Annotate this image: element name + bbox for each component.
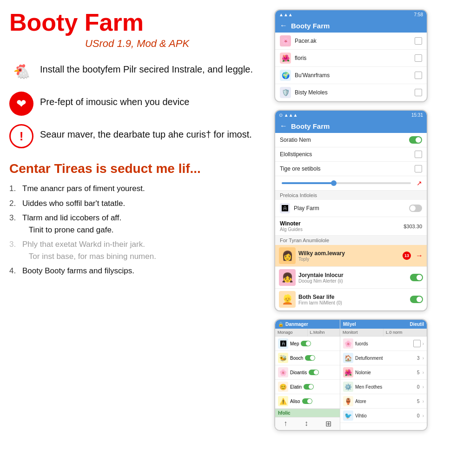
- slider-thumb[interactable]: [331, 180, 337, 186]
- atore-chevron: ›: [423, 399, 424, 404]
- tige-checkbox[interactable]: [415, 165, 422, 172]
- status-signal: ▲▲▲: [279, 12, 293, 17]
- phone-list-item-4: 🛡️ Bisty Meloles: [275, 84, 427, 101]
- list-checkbox-3[interactable]: [415, 72, 422, 79]
- right-count-menf: 0: [417, 384, 420, 390]
- right-count-vihtio: 0: [417, 413, 420, 418]
- right-name-menf: Men Feothes: [355, 384, 415, 390]
- list-text-1: Pacer.ak: [295, 38, 411, 44]
- list-icon-2: 🌺: [280, 53, 291, 64]
- dual-right-header: Milyel Dieutil: [340, 320, 427, 329]
- dioantis-toggle[interactable]: [309, 370, 319, 375]
- right-item-detuf: 🏠 Detuflonment 3 ›: [340, 351, 427, 365]
- right-icon-detuf: 🏠: [343, 353, 353, 363]
- feature-item-1: 🐔 Install the bootyfem Pilr secired Inst…: [9, 59, 265, 83]
- list-checkbox-1[interactable]: [415, 37, 422, 45]
- setting-elolls: Elollstipenics: [275, 147, 427, 162]
- nav-up-icon[interactable]: ↑: [284, 419, 287, 428]
- nav-grid-icon[interactable]: ⊞: [325, 419, 331, 428]
- joryntaie-toggle[interactable]: [410, 274, 423, 281]
- subheader-monitort: Monitort: [340, 329, 383, 336]
- winoter-name: Winoter: [280, 220, 400, 227]
- list-text-2: floris: [295, 55, 411, 61]
- winoter-info: Winoter Alg Guides: [280, 220, 400, 232]
- slider-bar[interactable]: [282, 182, 411, 184]
- dual-name-dioantis: Dioantis: [290, 370, 307, 375]
- main-container: Booty Farm USrod 1.9, Mod & APK 🐔 Instal…: [0, 0, 476, 476]
- dual-row-booch: 🐝 Booch: [275, 351, 340, 365]
- list-checkbox-4[interactable]: [415, 89, 422, 96]
- dual-left-header: 🔒 Danmager: [275, 320, 340, 329]
- right-name-vihtio: Vihtio: [355, 413, 415, 418]
- phone-settings-header: ← Booty Farm: [275, 119, 427, 133]
- list-item-2: 2. Uiddes who soffil bar't tatatle.: [9, 198, 265, 210]
- list-text-3b: Phly that exetat Warkd in-their jark. To…: [22, 238, 156, 262]
- right-name-detuf: Detuflonment: [355, 356, 415, 361]
- list-num-2: 2.: [9, 198, 19, 210]
- list-icon-1: 🌸: [280, 35, 291, 46]
- dual-name-elatin: Elatin: [290, 384, 302, 390]
- char-avatar-joryntaie: 👧: [279, 269, 296, 286]
- char-sub-wilky: Toply: [298, 257, 400, 262]
- feature-item-2: ❤ Pre-fept of imousic when you device: [9, 92, 265, 116]
- phone-top-title: Booty Farm: [291, 22, 330, 30]
- right-count-atore: 5: [417, 399, 420, 404]
- lock-icon: 🔒: [278, 322, 284, 327]
- subtitle: USrod 1.9, Mod & APK: [9, 38, 265, 50]
- phone-top-header: ← Booty Farm: [275, 19, 427, 33]
- list-icon-3: 🌍: [280, 70, 291, 81]
- soratio-label: Soratio Nem: [280, 137, 405, 143]
- dual-icon-aliso: ⚠️: [278, 396, 288, 406]
- setting-playfarm: 🅰 Play Farm: [275, 200, 427, 217]
- right-item-fuords: 🌸 fuords ›: [340, 337, 427, 351]
- setting-slider: ↗: [275, 176, 427, 191]
- playfarm-icon: 🅰: [280, 203, 290, 213]
- phone-settings-mockup: ⊙ ▲▲▲ 15:31 ← Booty Farm Soratio Nem Elo…: [274, 110, 428, 311]
- feature-text-3: Seaur maver, the dearbate tup ahe curis†…: [40, 124, 252, 141]
- settings-time: 15:31: [411, 112, 423, 118]
- dual-icon-mep: 🅰: [278, 338, 288, 349]
- soratio-toggle[interactable]: [409, 136, 422, 144]
- setting-soratio: Soratio Nem: [275, 133, 427, 147]
- list-checkbox-2[interactable]: [415, 54, 422, 62]
- menf-chevron: ›: [423, 384, 424, 390]
- char-name-wilky: Wilky aom.lewary: [298, 250, 400, 257]
- feature-item-3: ! Seaur maver, the dearbate tup ahe curi…: [9, 124, 265, 148]
- nav-swap-icon[interactable]: ↕: [304, 419, 308, 428]
- phone-top-mockup: ▲▲▲ 7:58 ← Booty Farm 🌸 Pacer.ak 🌺 flori…: [274, 9, 428, 102]
- section-preloica: Preloica Intloleis: [275, 191, 427, 200]
- fuords-checkbox[interactable]: [413, 340, 421, 347]
- char-sub-joryntaie: Dooug Nim Alerter (ii): [298, 278, 407, 284]
- playfarm-toggle[interactable]: [409, 205, 422, 212]
- list-item-3b: 3. Phly that exetat Warkd in-their jark.…: [9, 238, 265, 262]
- phone-top-list: 🌸 Pacer.ak 🌺 floris 🌍 Bu'Wanrframs 🛡️ B: [275, 33, 427, 101]
- right-count-detuf: 3: [417, 356, 420, 361]
- status-time: 7:58: [414, 12, 423, 17]
- right-item-nolonie: 🌺 Nolonie 5 ›: [340, 365, 427, 380]
- star-icon: ❤: [9, 92, 33, 116]
- setting-winoter: Winoter Alg Guides $303.30: [275, 217, 427, 236]
- mep-toggle[interactable]: [301, 341, 311, 346]
- subheader-lmoihn: L.Moihn: [308, 329, 340, 336]
- list-text-3: Bu'Wanrframs: [295, 72, 411, 79]
- both-toggle[interactable]: [410, 296, 423, 303]
- elolls-checkbox[interactable]: [415, 151, 422, 158]
- dual-left-title: Danmager: [285, 322, 308, 327]
- list-text-4: Bisty Meloles: [295, 89, 411, 96]
- booch-toggle[interactable]: [305, 355, 315, 361]
- feature-text-1: Install the bootyfem Pilr secired Instra…: [40, 59, 253, 76]
- back-arrow-icon[interactable]: ←: [280, 21, 287, 30]
- phone-list-item-1: 🌸 Pacer.ak: [275, 33, 427, 50]
- settings-back-arrow[interactable]: ←: [280, 122, 287, 130]
- char-avatar-both: 👱: [279, 291, 296, 308]
- dual-row-aliso: ⚠️ Aliso: [275, 394, 340, 409]
- aliso-toggle[interactable]: [302, 398, 312, 404]
- chicken-icon: 🐔: [9, 59, 33, 83]
- dual-right-right: Dieutil: [410, 322, 424, 327]
- right-item-vihtio: 🐦 Vihtio 0 ›: [340, 409, 427, 423]
- elatin-toggle[interactable]: [304, 384, 314, 390]
- list-item-4: 4. Booty Booty farms and filyscips.: [9, 265, 265, 277]
- dual-left-panel: 🔒 Danmager Monago L.Moihn 🅰 Mep 🐝 Booch: [275, 320, 340, 430]
- status-icons: ⊙ ▲▲▲: [279, 112, 298, 118]
- setting-tige: Tige ore setibols: [275, 162, 427, 176]
